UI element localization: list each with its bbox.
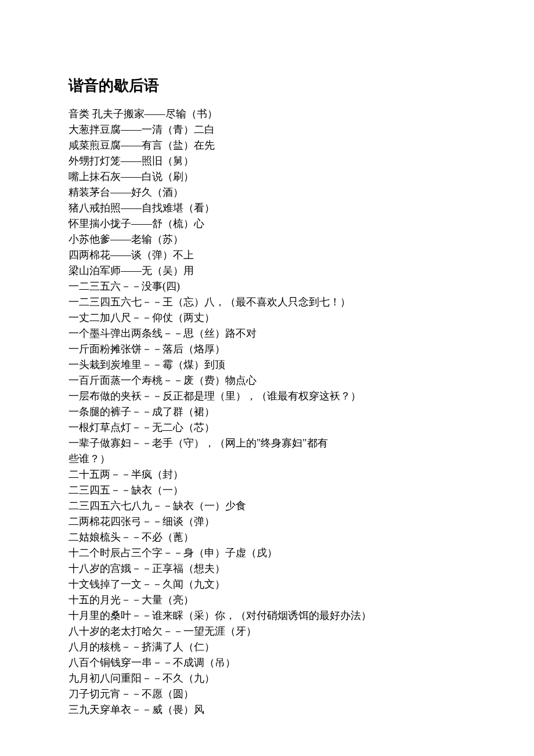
document-line: 三九天穿单衣－－威（畏）风 (68, 702, 466, 718)
document-line: 十二个时辰占三个字－－身（申）子虚（戌） (68, 545, 466, 561)
document-line: 一个墨斗弹出两条线－－思（丝）路不对 (68, 326, 466, 341)
document-line: 梁山泊军师——无（吴）用 (68, 263, 466, 279)
document-line: 一二三四五六七－－王（忘）八，（最不喜欢人只念到七！） (68, 294, 466, 310)
document-line: 猪八戒拍照——自找难堪（看） (68, 200, 466, 216)
document-line: 一二三五六－－没事(四) (68, 279, 466, 294)
document-line: 十八岁的宫娥－－正享福（想夫） (68, 561, 466, 577)
document-line: 一丈二加八尺－－仰仗（两丈） (68, 310, 466, 326)
document-line: 二姑娘梳头－－不必（蓖） (68, 530, 466, 545)
document-body: 音类 孔夫子搬家——尽输（书）大葱拌豆腐——一清（青）二白咸菜煎豆腐——有言（盐… (68, 106, 466, 718)
document-line: 怀里揣小拢子——舒（梳）心 (68, 216, 466, 232)
document-line: 一头栽到炭堆里－－霉（煤）到顶 (68, 357, 466, 373)
document-line: 二三四五－－缺衣（一） (68, 483, 466, 498)
document-line: 小苏他爹——老输（苏） (68, 232, 466, 247)
document-line: 二两棉花四张弓－－细谈（弹） (68, 514, 466, 530)
document-line: 十五的月光－－大量（亮） (68, 592, 466, 608)
document-line: 十文钱掉了一文－－久闻（九文） (68, 577, 466, 592)
document-line: 二三四五六七八九－－缺衣（一）少食 (68, 498, 466, 514)
document-line: 一根灯草点灯－－无二心（芯） (68, 420, 466, 435)
document-line: 一百斤面蒸一个寿桃－－废（费）物点心 (68, 373, 466, 388)
document-line: 些谁？） (68, 451, 466, 467)
document-line: 一层布做的夹袄－－反正都是理（里），（谁最有权穿这袄？） (68, 388, 466, 404)
document-line: 四两棉花——谈（弹）不上 (68, 247, 466, 263)
document-line: 八百个铜钱穿一串－－不成调（吊） (68, 655, 466, 671)
document-line: 嘴上抹石灰——白说（刷） (68, 169, 466, 185)
document-line: 一辈子做寡妇－－老手（守），（网上的"终身寡妇"都有 (68, 435, 466, 451)
document-line: 咸菜煎豆腐——有言（盐）在先 (68, 138, 466, 153)
document-line: 大葱拌豆腐——一清（青）二白 (68, 122, 466, 138)
document-line: 外甥打灯笼——照旧（舅） (68, 153, 466, 169)
document-page: 谐音的歇后语 音类 孔夫子搬家——尽输（书）大葱拌豆腐——一清（青）二白咸菜煎豆… (0, 0, 534, 756)
document-line: 八月的核桃－－挤满了人（仁） (68, 639, 466, 655)
document-title: 谐音的歇后语 (68, 75, 466, 96)
document-line: 精装茅台——好久（酒） (68, 185, 466, 200)
document-line: 音类 孔夫子搬家——尽输（书） (68, 106, 466, 122)
document-line: 二十五两－－半疯（封） (68, 467, 466, 483)
document-line: 十月里的桑叶－－谁来睬（采）你，（对付硝烟诱饵的最好办法） (68, 608, 466, 624)
document-line: 一斤面粉摊张饼－－落后（烙厚） (68, 341, 466, 357)
document-line: 九月初八问重阳－－不久（九） (68, 671, 466, 686)
document-line: 一条腿的裤子－－成了群（裙） (68, 404, 466, 420)
document-line: 八十岁的老太打哈欠－－一望无涯（牙） (68, 624, 466, 639)
document-line: 刀子切元宵－－不愿（圆） (68, 686, 466, 702)
